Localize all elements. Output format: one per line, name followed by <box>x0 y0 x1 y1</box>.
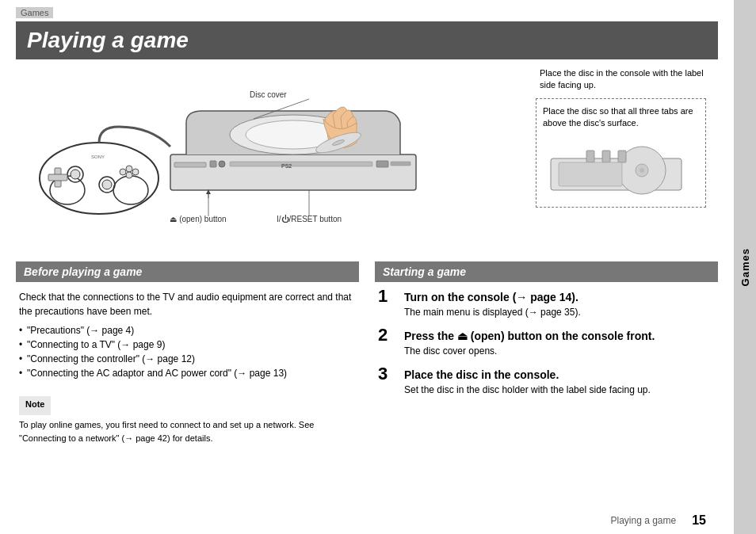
diagram-left: SONY <box>16 67 528 250</box>
svg-text:SONY: SONY <box>91 154 105 159</box>
main-content: Games Playing a game <box>0 0 734 534</box>
svg-point-9 <box>120 169 126 175</box>
note-box: Note <box>19 396 51 415</box>
footer-text: Playing a game <box>610 515 676 526</box>
side-tab: Games <box>734 0 756 534</box>
step-3-title: Place the disc in the console. <box>404 368 715 382</box>
before-bullet-list: "Precautions" (→ page 4) "Connecting to … <box>19 323 356 380</box>
svg-point-21 <box>219 161 225 167</box>
list-item: "Connecting the controller" (→ page 12) <box>19 352 356 366</box>
diagram-section: SONY <box>0 59 734 257</box>
list-item: "Precautions" (→ page 4) <box>19 323 356 338</box>
svg-rect-39 <box>602 151 610 162</box>
before-section: Before playing a game Check that the con… <box>16 261 359 444</box>
svg-text:Disc cover: Disc cover <box>250 90 287 99</box>
step-3: 3 Place the disc in the console. Set the… <box>378 368 715 397</box>
step-1-desc: The main menu is displayed (→ page 35). <box>404 306 715 319</box>
disc-dashed-box: Place the disc so that all three tabs ar… <box>536 98 706 208</box>
side-tab-label: Games <box>739 248 751 286</box>
svg-rect-24 <box>391 162 410 166</box>
svg-rect-8 <box>48 174 67 181</box>
note-label: Note <box>25 399 44 409</box>
svg-point-6 <box>102 180 112 189</box>
svg-point-10 <box>126 166 132 172</box>
note-text: To play online games, you first need to … <box>19 418 356 444</box>
before-section-header: Before playing a game <box>16 261 359 282</box>
svg-point-2 <box>113 176 148 204</box>
step-2-number: 2 <box>378 326 398 344</box>
svg-text:⏏ (open) button: ⏏ (open) button <box>170 215 226 223</box>
step-2-content: Press the ⏏ (open) button on the console… <box>404 329 715 358</box>
bottom-sections: Before playing a game Check that the con… <box>0 261 734 444</box>
svg-rect-23 <box>376 161 388 167</box>
step-3-desc: Set the disc in the disc holder with the… <box>404 383 715 397</box>
svg-point-4 <box>71 170 80 179</box>
page-title: Playing a game <box>27 28 189 52</box>
starting-section-body: 1 Turn on the console (→ page 14). The m… <box>375 290 718 397</box>
step-2-title: Press the ⏏ (open) button on the console… <box>404 329 715 343</box>
svg-point-37 <box>640 168 644 173</box>
page-container: Games Games Playing a game <box>0 0 756 534</box>
svg-rect-38 <box>586 151 594 162</box>
step-2: 2 Press the ⏏ (open) button on the conso… <box>378 329 715 358</box>
svg-point-11 <box>126 172 132 178</box>
step-2-desc: The disc cover opens. <box>404 345 715 358</box>
starting-section: Starting a game 1 Turn on the console (→… <box>375 261 718 444</box>
page-number: 15 <box>692 513 706 528</box>
disc-label-caption: Place the disc in the console with the l… <box>536 67 718 92</box>
list-item: "Connecting to a TV" (→ page 9) <box>19 338 356 352</box>
games-category-label: Games <box>16 7 53 18</box>
page-footer: Playing a game 15 <box>610 513 706 528</box>
svg-rect-40 <box>618 151 626 162</box>
console-svg: SONY <box>16 75 460 234</box>
svg-rect-41 <box>559 162 622 186</box>
svg-rect-19 <box>174 162 206 167</box>
step-3-content: Place the disc in the console. Set the d… <box>404 368 715 397</box>
disc-tabs-caption: Place the disc so that all three tabs ar… <box>543 105 699 130</box>
svg-text:PS2: PS2 <box>281 163 292 169</box>
before-intro: Check that the connections to the TV and… <box>19 290 356 318</box>
svg-point-12 <box>132 169 139 175</box>
step-1-content: Turn on the console (→ page 14). The mai… <box>404 290 715 319</box>
disc-info-box: Place the disc in the console with the l… <box>536 67 718 208</box>
step-1-title: Turn on the console (→ page 14). <box>404 290 715 304</box>
diagram-right: Place the disc in the console with the l… <box>528 67 718 250</box>
step-3-number: 3 <box>378 365 398 383</box>
step-1-number: 1 <box>378 288 398 305</box>
svg-rect-14 <box>170 154 416 190</box>
svg-rect-20 <box>210 161 216 167</box>
svg-rect-22 <box>230 162 372 166</box>
step-1: 1 Turn on the console (→ page 14). The m… <box>378 290 715 319</box>
before-section-body: Check that the connections to the TV and… <box>16 290 359 444</box>
top-section: Games Playing a game <box>0 0 734 59</box>
list-item: "Connecting the AC adaptor and AC power … <box>19 366 356 380</box>
page-title-bar: Playing a game <box>16 21 718 59</box>
starting-section-header: Starting a game <box>375 261 718 282</box>
